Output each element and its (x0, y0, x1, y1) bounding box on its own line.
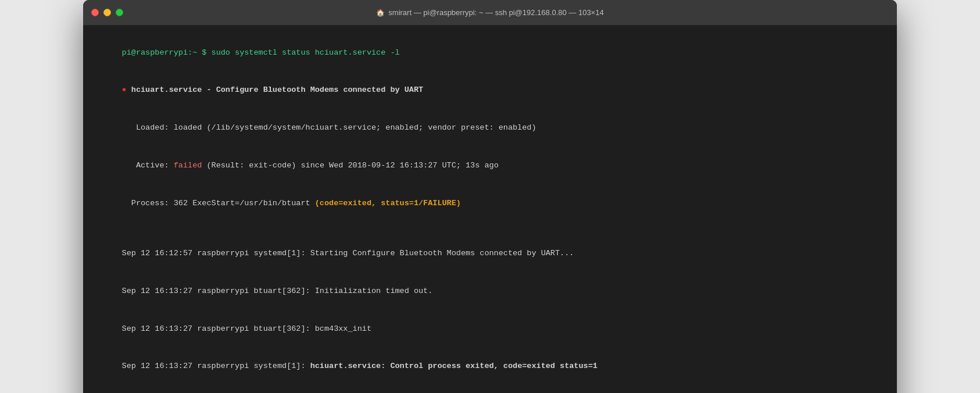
title-label: smirart — pi@raspberrypi: ~ — ssh pi@192… (388, 8, 603, 17)
failed-text: failed (174, 161, 202, 170)
log1-text: Sep 12 16:12:57 raspberrypi systemd[1]: … (122, 249, 574, 258)
process-prefix: Process: 362 ExecStart=/usr/bin/btuart (122, 199, 315, 208)
process-line: Process: 362 ExecStart=/usr/bin/btuart (… (94, 184, 886, 222)
close-button[interactable] (91, 9, 99, 16)
service-name: hciuart.service - Configure Bluetooth Mo… (127, 85, 423, 94)
traffic-lights (91, 9, 123, 16)
empty-line-1 (94, 222, 886, 235)
active-prefix: Active: (122, 161, 174, 170)
log4-prefix: Sep 12 16:13:27 raspberrypi systemd[1]: (122, 362, 310, 370)
prompt-user: pi@raspberrypi:~ $ sudo systemctl status… (122, 48, 400, 57)
loaded-text: Loaded: loaded (/lib/systemd/system/hciu… (122, 123, 537, 132)
status-dot: ● (122, 85, 127, 94)
active-line: Active: failed (Result: exit-code) since… (94, 147, 886, 184)
title-icon: 🏠 (376, 9, 385, 17)
log-line-1: Sep 12 16:12:57 raspberrypi systemd[1]: … (94, 235, 886, 273)
log-line-4: Sep 12 16:13:27 raspberrypi systemd[1]: … (94, 348, 886, 385)
terminal-body[interactable]: pi@raspberrypi:~ $ sudo systemctl status… (83, 26, 897, 393)
loaded-line: Loaded: loaded (/lib/systemd/system/hciu… (94, 109, 886, 147)
service-header-line: ● hciuart.service - Configure Bluetooth … (94, 72, 886, 109)
log2-text: Sep 12 16:13:27 raspberrypi btuart[362]:… (122, 287, 433, 295)
command-line: pi@raspberrypi:~ $ sudo systemctl status… (94, 34, 886, 72)
log4-bold: hciuart.service: Control process exited,… (310, 362, 598, 370)
log-line-5: Sep 12 16:13:27 raspberrypi systemd[1]: … (94, 385, 886, 393)
exit-code-text: (code=exited, status=1/FAILURE) (315, 199, 461, 208)
window-title: 🏠 smirart — pi@raspberrypi: ~ — ssh pi@1… (376, 8, 603, 17)
terminal-window: 🏠 smirart — pi@raspberrypi: ~ — ssh pi@1… (83, 0, 897, 393)
log3-text: Sep 12 16:13:27 raspberrypi btuart[362]:… (122, 324, 371, 333)
minimize-button[interactable] (103, 9, 111, 16)
maximize-button[interactable] (116, 9, 123, 16)
log-line-3: Sep 12 16:13:27 raspberrypi btuart[362]:… (94, 310, 886, 348)
titlebar: 🏠 smirart — pi@raspberrypi: ~ — ssh pi@1… (83, 0, 897, 26)
log-line-2: Sep 12 16:13:27 raspberrypi btuart[362]:… (94, 272, 886, 310)
active-suffix: (Result: exit-code) since Wed 2018-09-12… (202, 161, 498, 170)
